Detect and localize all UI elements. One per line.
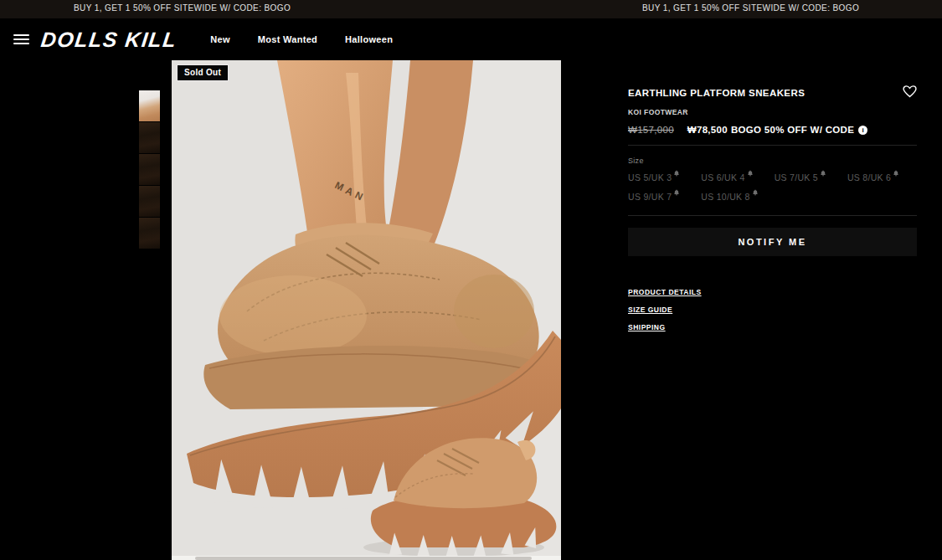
size-options: US 5/UK 3US 6/UK 4US 7/UK 5US 8/UK 6US 9… xyxy=(628,172,917,202)
gallery-thumbnail-1[interactable] xyxy=(139,90,160,122)
site-header: DOLLS KILL NewMost WantedHalloween xyxy=(0,18,942,60)
sold-out-badge: Sold Out xyxy=(177,64,229,81)
size-option-label: US 5/UK 3 xyxy=(628,172,672,182)
promo-banner: BUY 1, GET 1 50% OFF SITEWIDE W/ CODE: B… xyxy=(0,0,942,18)
product-image: Sold Out MAN xyxy=(172,60,561,556)
bell-icon xyxy=(820,170,826,177)
dolls-kill-logo[interactable]: DOLLS KILL xyxy=(39,29,178,50)
size-section-label: Size xyxy=(628,157,917,165)
gallery-thumbnail-4[interactable] xyxy=(139,186,160,218)
link-product-details[interactable]: PRODUCT DETAILS xyxy=(628,288,702,296)
promo-banner-text: BUY 1, GET 1 50% OFF SITEWIDE W/ CODE: B… xyxy=(74,3,291,13)
size-option-label: US 9/UK 7 xyxy=(628,192,672,202)
hamburger-bar xyxy=(13,34,29,36)
size-option-label: US 7/UK 5 xyxy=(775,172,818,182)
divider xyxy=(628,215,917,216)
nav-item-most-wanted[interactable]: Most Wanted xyxy=(258,34,317,44)
nav-item-halloween[interactable]: Halloween xyxy=(345,34,393,44)
product-info-panel: EARTHLING PLATFORM SNEAKERS KOI FOOTWEAR… xyxy=(628,88,917,331)
image-scrollbar-thumb[interactable] xyxy=(195,557,532,560)
price-original: ₩157,000 xyxy=(628,125,674,135)
link-shipping[interactable]: SHIPPING xyxy=(628,323,666,331)
primary-nav: NewMost WantedHalloween xyxy=(210,34,393,44)
bell-icon xyxy=(673,189,680,196)
wishlist-heart-icon[interactable] xyxy=(903,85,917,100)
size-option-label: US 10/UK 8 xyxy=(701,192,749,202)
size-option-label: US 6/UK 4 xyxy=(701,172,744,182)
size-option-us-9-uk-7[interactable]: US 9/UK 7 xyxy=(628,192,680,202)
gallery-thumbnail-3[interactable] xyxy=(139,154,160,186)
detail-links: PRODUCT DETAILSSIZE GUIDESHIPPING xyxy=(628,288,917,331)
size-option-us-7-uk-5[interactable]: US 7/UK 5 xyxy=(775,172,826,182)
gallery-thumbnail-2[interactable] xyxy=(139,122,160,154)
link-size-guide[interactable]: SIZE GUIDE xyxy=(628,306,672,314)
size-option-us-8-uk-6[interactable]: US 8/UK 6 xyxy=(847,172,899,182)
bell-icon xyxy=(893,170,899,177)
promo-banner-text: BUY 1, GET 1 50% OFF SITEWIDE W/ CODE: B… xyxy=(642,3,859,13)
product-photo-illustration: MAN xyxy=(172,60,561,556)
product-brand[interactable]: KOI FOOTWEAR xyxy=(628,108,917,116)
divider xyxy=(628,145,917,146)
notify-me-button[interactable]: NOTIFY ME xyxy=(628,228,917,256)
gallery-thumbnail-5[interactable] xyxy=(139,218,160,249)
size-option-us-6-uk-4[interactable]: US 6/UK 4 xyxy=(701,172,753,182)
size-option-label: US 8/UK 6 xyxy=(847,172,891,182)
info-icon[interactable]: i xyxy=(858,126,867,135)
price-promo-text: BOGO 50% OFF W/ CODE xyxy=(731,125,854,135)
price-row: ₩157,000 ₩78,500 BOGO 50% OFF W/ CODE i xyxy=(628,125,917,135)
size-option-us-5-uk-3[interactable]: US 5/UK 3 xyxy=(628,172,680,182)
bell-icon xyxy=(752,189,759,196)
image-scrollbar-track[interactable] xyxy=(172,556,561,560)
bell-icon xyxy=(747,170,754,177)
hamburger-bar xyxy=(13,39,29,40)
product-title: EARTHLING PLATFORM SNEAKERS xyxy=(628,88,805,98)
size-option-us-10-uk-8[interactable]: US 10/UK 8 xyxy=(701,192,758,202)
gallery-thumbnail-strip xyxy=(139,90,160,249)
hamburger-bar xyxy=(13,43,29,44)
bell-icon xyxy=(673,170,680,177)
main-content: Sold Out MAN xyxy=(0,60,942,560)
heart-icon xyxy=(903,85,917,98)
hamburger-menu-icon[interactable] xyxy=(13,34,29,44)
price-sale: ₩78,500 xyxy=(687,125,728,135)
nav-item-new[interactable]: New xyxy=(210,34,230,44)
